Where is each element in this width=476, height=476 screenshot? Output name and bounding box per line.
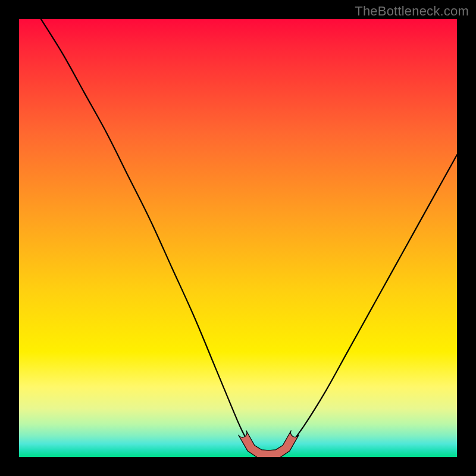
- watermark-text: TheBottleneck.com: [355, 4, 469, 19]
- chart-svg: [19, 19, 457, 457]
- plot-area: [19, 19, 457, 457]
- optimal-range-marker: [239, 431, 299, 457]
- chart-frame: TheBottleneck.com: [0, 0, 476, 476]
- bottleneck-curve: [41, 19, 457, 457]
